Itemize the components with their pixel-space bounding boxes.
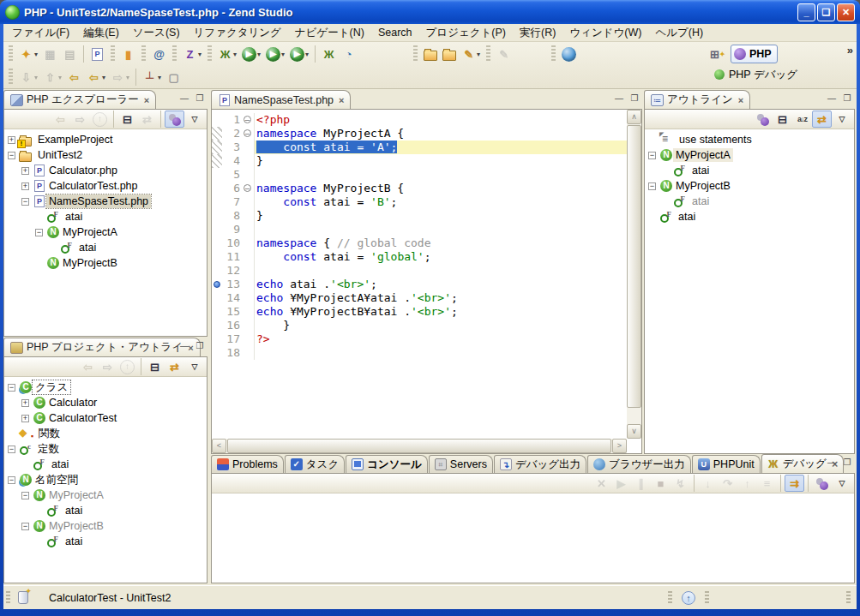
menu-e[interactable]: 編集(E) (76, 24, 126, 42)
annotation-ruler[interactable] (212, 250, 222, 264)
up-button[interactable]: ↑ (117, 358, 137, 375)
disconnect-button[interactable]: ↯ (671, 475, 690, 492)
search-button[interactable]: ✎▾ (459, 44, 483, 64)
collapse-minus-icon[interactable]: − (21, 523, 29, 530)
perspective-php-button[interactable]: PHP (731, 45, 778, 63)
tree-item[interactable]: NMyProjectB (4, 255, 207, 271)
tree-item[interactable]: Fatai (4, 503, 207, 518)
folding-ruler[interactable] (243, 223, 255, 236)
folding-ruler[interactable] (243, 346, 255, 360)
folding-ruler[interactable]: – (243, 182, 255, 195)
menu-search[interactable]: Search (371, 25, 419, 40)
annotation-ruler[interactable] (212, 346, 222, 360)
tree-item[interactable]: −PNameSpaseTest.php (4, 194, 207, 209)
tree-item[interactable]: +CCalculatorTest (4, 410, 207, 426)
tab-outline[interactable]: アウトライン× (644, 90, 750, 109)
menu-n[interactable]: ナビゲート(N) (288, 24, 371, 42)
close-icon[interactable]: × (738, 95, 743, 105)
tab-php-explorer[interactable]: PHP エクスプローラー × (3, 90, 156, 109)
tree-item[interactable]: Fatai (4, 534, 207, 549)
maximize-view-icon[interactable]: ❐ (841, 93, 853, 103)
minimize-view-icon[interactable]: — (613, 93, 625, 103)
show-logical-button[interactable]: ≡ (757, 475, 777, 492)
annotation-ruler[interactable] (212, 319, 222, 332)
menu-r[interactable]: 実行(R) (513, 24, 562, 42)
folding-ruler[interactable] (243, 141, 255, 154)
tree-item[interactable]: −N名前空間 (4, 472, 207, 487)
minimize-view-icon[interactable]: — (178, 93, 190, 103)
suspend-button[interactable]: ∥ (631, 475, 651, 492)
expand-plus-icon[interactable]: + (21, 167, 29, 175)
open-folder-button[interactable] (440, 44, 459, 64)
vertical-scroll-thumb[interactable] (627, 125, 641, 408)
scroll-down-icon[interactable]: ∨ (627, 424, 641, 439)
tree-item[interactable]: −NMyProjectB (4, 518, 207, 534)
scroll-left-icon[interactable]: < (212, 439, 226, 453)
annotation-ruler[interactable] (212, 127, 222, 141)
fold-collapse-icon[interactable]: – (244, 116, 251, 123)
tab-phpunit[interactable]: PHPUnit (692, 455, 761, 473)
maximize-view-icon[interactable]: ❐ (628, 93, 640, 103)
editor-vertical-scrollbar[interactable]: ∧ ∨ (627, 110, 641, 439)
back-button[interactable]: ⇦ (51, 111, 70, 128)
annotation-ruler[interactable] (212, 236, 222, 250)
annotation-ruler[interactable] (212, 182, 222, 195)
profile-button[interactable]: ▶▾ (263, 44, 287, 64)
tree-item[interactable]: Fatai (645, 194, 854, 209)
tree-item[interactable]: Fatai (4, 240, 207, 255)
annotation-ruler[interactable] (212, 278, 222, 291)
tree-item[interactable]: −c定数 (4, 441, 207, 457)
save-button[interactable]: ▦ (40, 44, 60, 64)
debug-url-button[interactable]: Ж (319, 44, 339, 64)
collapse-all-button[interactable]: ⊟ (773, 111, 792, 128)
prev-annotation-button[interactable]: ⇧▾ (40, 67, 64, 87)
fold-collapse-icon[interactable]: – (244, 184, 251, 192)
tree-item[interactable]: +PCalculatorTest.php (4, 178, 207, 194)
new-wizard-button[interactable]: ✦▾ (16, 44, 40, 64)
forward-dropdown-icon[interactable]: ▾ (126, 74, 129, 81)
folding-ruler[interactable] (243, 195, 255, 209)
profile-dropdown-icon[interactable]: ▾ (281, 51, 285, 58)
collapse-all-button[interactable]: ⊟ (145, 358, 165, 375)
tree-item[interactable]: Fatai (645, 209, 854, 224)
annotation-ruler[interactable] (212, 209, 222, 223)
annotation-ruler[interactable] (212, 195, 222, 209)
folding-ruler[interactable] (243, 264, 255, 278)
menu-s[interactable]: ソース(S) (126, 24, 187, 42)
forward-button[interactable]: ⇨ (98, 358, 117, 375)
back-button[interactable]: ⇦▾ (84, 67, 108, 87)
collapse-minus-icon[interactable]: − (21, 492, 29, 499)
menu-w[interactable]: ウィンドウ(W) (562, 24, 648, 42)
tab-php-project-outline[interactable]: PHP プロジェクト・アウトライ × (3, 338, 201, 356)
restore-tray-icon[interactable]: ↑ (682, 591, 695, 605)
collapse-minus-icon[interactable]: − (35, 229, 43, 236)
annotation-ruler[interactable] (212, 141, 222, 154)
folding-ruler[interactable]: – (243, 127, 255, 141)
forward-button[interactable]: ⇨▾ (108, 67, 132, 87)
folding-ruler[interactable] (243, 154, 255, 168)
step-over-button[interactable]: ↷ (718, 475, 737, 492)
maximize-view-icon[interactable]: ❐ (194, 93, 206, 103)
maximize-view-icon[interactable]: ❐ (194, 341, 206, 350)
folding-ruler[interactable]: – (243, 113, 255, 127)
next-annotation-dropdown-icon[interactable]: ▾ (34, 74, 38, 81)
maximize-view-icon[interactable]: ❐ (841, 458, 853, 467)
tab-editor-namespasetest[interactable]: P NameSpaseTest.php × (211, 90, 351, 109)
prev-annotation-dropdown-icon[interactable]: ▾ (58, 74, 62, 81)
use-step-filters-button[interactable]: ⇉ (785, 475, 804, 492)
menu-[interactable]: リファクタリング (187, 24, 288, 42)
last-edit-location-button[interactable]: ⇦ (64, 67, 84, 87)
mark-occurrences-button[interactable]: ┴▾ (140, 67, 164, 87)
run-button[interactable]: ▶▾ (239, 44, 263, 64)
step-into-button[interactable]: ↓ (698, 475, 718, 492)
collapse-minus-icon[interactable]: − (8, 152, 15, 159)
code-editor[interactable]: 1–<?php2–namespace MyProjectA {3 const a… (212, 110, 627, 439)
folding-ruler[interactable] (243, 168, 255, 182)
chevron-button[interactable]: ▽ (184, 111, 204, 128)
print-button[interactable]: ▤ (60, 44, 80, 64)
tree-item[interactable]: ≡use statements (645, 132, 854, 147)
expand-plus-icon[interactable]: + (8, 136, 15, 144)
tree-item[interactable]: −NMyProjectA (4, 224, 207, 240)
chevron-button[interactable]: ▽ (184, 358, 204, 375)
collapse-minus-icon[interactable]: − (648, 182, 656, 190)
